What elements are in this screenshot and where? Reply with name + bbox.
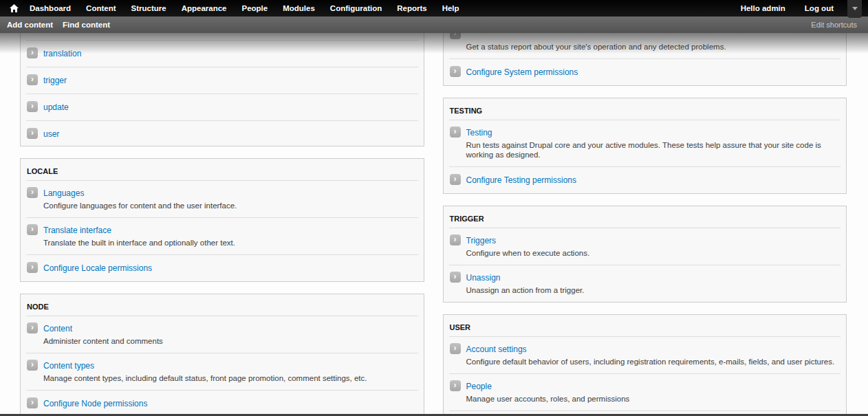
toolbar-item-help[interactable]: Help bbox=[435, 0, 467, 17]
home-icon[interactable] bbox=[6, 0, 22, 17]
link-configure-testing-permissions[interactable]: Configure Testing permissions bbox=[466, 175, 577, 186]
home-icon-glyph bbox=[10, 4, 19, 12]
toolbar-item-dashboard[interactable]: Dashboard bbox=[22, 0, 78, 17]
link-translate-interface[interactable]: Translate interface bbox=[43, 226, 111, 236]
link-configure-node-permissions[interactable]: Configure Node permissions bbox=[43, 399, 147, 409]
item-description: Configure default behavior of users, inc… bbox=[466, 357, 835, 366]
panel-columns: › translation › trigger › update › user bbox=[0, 33, 868, 416]
list-item: › Translate interface Translate the buil… bbox=[21, 218, 424, 254]
chevron-right-icon: › bbox=[450, 343, 461, 354]
chevron-right-icon: › bbox=[450, 174, 461, 185]
chevron-right-icon: › bbox=[27, 322, 38, 333]
list-item: › Triggers Configure when to execute act… bbox=[444, 228, 847, 265]
item-description: Translate the built in interface and opt… bbox=[43, 238, 235, 248]
chevron-right-icon: › bbox=[27, 224, 38, 235]
left-column: › translation › trigger › update › user bbox=[20, 33, 424, 416]
chevron-right-icon: › bbox=[450, 272, 461, 283]
chevron-right-icon: › bbox=[27, 397, 38, 408]
chevron-right-icon: › bbox=[27, 262, 38, 273]
item-description: Run tests against Drupal core and your a… bbox=[466, 140, 838, 160]
item-description: Manage user accounts, roles, and permiss… bbox=[466, 394, 630, 404]
link-unassign[interactable]: Unassign bbox=[466, 273, 501, 283]
link-testing[interactable]: Testing bbox=[466, 128, 492, 138]
list-item: › Unassign Unassign an action from a tri… bbox=[444, 265, 847, 302]
panel-legend: TRIGGER bbox=[444, 206, 847, 228]
panel-user: USER › Account settings Configure defaul… bbox=[443, 314, 847, 416]
item-description: Configure languages for content and the … bbox=[43, 201, 237, 210]
panel-legend: TESTING bbox=[444, 98, 847, 120]
chevron-right-icon: › bbox=[450, 234, 461, 245]
link-people[interactable]: People bbox=[466, 382, 492, 392]
logout-link[interactable]: Log out bbox=[795, 0, 843, 17]
shortcut-bar: Add content Find content Edit shortcuts bbox=[0, 17, 868, 33]
edit-shortcuts-link[interactable]: Edit shortcuts bbox=[811, 21, 857, 29]
link-configure-system-permissions[interactable]: Configure System permissions bbox=[466, 67, 578, 78]
chevron-right-icon: › bbox=[27, 47, 38, 58]
chevron-right-icon: › bbox=[450, 33, 461, 39]
list-item: › trigger bbox=[21, 67, 424, 94]
shortcut-find-content[interactable]: Find content bbox=[63, 21, 110, 29]
panel-locale: LOCALE › Languages Configure languages f… bbox=[20, 158, 424, 282]
shortcut-add-content[interactable]: Add content bbox=[7, 21, 53, 29]
link-translation[interactable]: translation bbox=[43, 49, 81, 59]
panel-modules-partial: › translation › trigger › update › user bbox=[20, 33, 424, 146]
chevron-right-icon: › bbox=[27, 101, 38, 112]
panel-node: NODE › Content Administer content and co… bbox=[20, 294, 424, 416]
list-item: › Testing Run tests against Drupal core … bbox=[444, 120, 847, 166]
toolbar-drawer-toggle[interactable] bbox=[847, 0, 862, 18]
list-item: › People Manage user accounts, roles, an… bbox=[444, 374, 847, 410]
list-item: › Get a status report about your site's … bbox=[444, 33, 847, 58]
chevron-right-icon: › bbox=[450, 380, 461, 391]
chevron-down-icon bbox=[852, 7, 858, 10]
admin-toolbar: Dashboard Content Structure Appearance P… bbox=[0, 0, 868, 17]
chevron-right-icon: › bbox=[27, 360, 38, 371]
list-item: › Configure Testing permissions bbox=[444, 167, 847, 193]
chevron-right-icon: › bbox=[450, 66, 461, 77]
item-description: Configure when to execute actions. bbox=[466, 248, 590, 258]
toolbar-item-modules[interactable]: Modules bbox=[275, 0, 323, 17]
list-item: › Content types Manage content types, in… bbox=[21, 353, 424, 390]
user-greeting[interactable]: Hello admin bbox=[731, 0, 795, 17]
chevron-right-icon: › bbox=[27, 187, 38, 198]
toolbar-item-appearance[interactable]: Appearance bbox=[174, 0, 235, 17]
chevron-right-icon: › bbox=[27, 74, 38, 85]
toolbar-user-area: Hello admin Log out bbox=[731, 0, 868, 18]
panel-system-partial: › Get a status report about your site's … bbox=[443, 33, 847, 86]
toolbar-item-configuration[interactable]: Configuration bbox=[323, 0, 389, 17]
toolbar-item-content[interactable]: Content bbox=[78, 0, 123, 17]
link-languages[interactable]: Languages bbox=[43, 188, 84, 199]
toolbar-item-structure[interactable]: Structure bbox=[124, 0, 174, 17]
link-account-settings[interactable]: Account settings bbox=[466, 344, 527, 355]
chevron-right-icon: › bbox=[27, 128, 38, 139]
clipped-content: › Get a status report about your site's … bbox=[444, 33, 847, 85]
list-item: › Configure System permissions bbox=[444, 59, 847, 85]
list-item: › Account settings Configure default beh… bbox=[444, 337, 847, 373]
chevron-right-icon: › bbox=[450, 127, 461, 138]
panel-legend: NODE bbox=[21, 294, 424, 316]
admin-index-content: › translation › trigger › update › user bbox=[0, 33, 868, 416]
toolbar-item-reports[interactable]: Reports bbox=[389, 0, 434, 17]
item-description: Manage content types, including default … bbox=[43, 373, 367, 383]
list-item: › update bbox=[21, 94, 424, 120]
panel-legend: LOCALE bbox=[21, 159, 424, 180]
right-column: › Get a status report about your site's … bbox=[443, 33, 847, 416]
panel-testing: TESTING › Testing Run tests against Drup… bbox=[443, 98, 847, 194]
link-triggers[interactable]: Triggers bbox=[466, 236, 497, 246]
link-content[interactable]: Content bbox=[43, 324, 72, 334]
item-description: Unassign an action from a trigger. bbox=[466, 285, 585, 295]
toolbar-item-people[interactable]: People bbox=[234, 0, 275, 17]
list-item: › Content Administer content and comment… bbox=[21, 316, 424, 353]
list-item: › Languages Configure languages for cont… bbox=[21, 181, 424, 217]
link-configure-locale-permissions[interactable]: Configure Locale permissions bbox=[43, 263, 152, 274]
link-content-types[interactable]: Content types bbox=[43, 361, 94, 371]
link-trigger[interactable]: trigger bbox=[43, 76, 67, 86]
item-description: Administer content and comments bbox=[43, 336, 163, 346]
link-update[interactable]: update bbox=[43, 102, 69, 113]
panel-legend: USER bbox=[444, 315, 847, 336]
item-description: Get a status report about your site's op… bbox=[466, 42, 726, 52]
link-user[interactable]: user bbox=[43, 129, 59, 140]
list-item: › user bbox=[21, 121, 424, 146]
list-item: › translation bbox=[21, 41, 424, 67]
list-item: › Configure Locale permissions bbox=[21, 255, 424, 281]
list-item: › Configure Node permissions bbox=[21, 391, 424, 416]
